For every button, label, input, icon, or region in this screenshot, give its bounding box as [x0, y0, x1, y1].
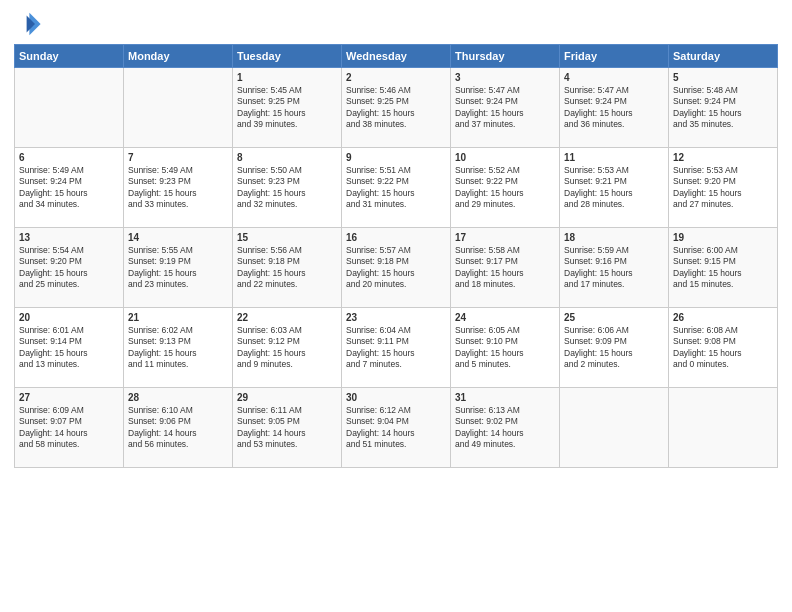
day-number: 11 — [564, 152, 664, 163]
day-cell: 10Sunrise: 5:52 AM Sunset: 9:22 PM Dayli… — [451, 148, 560, 228]
day-content: Sunrise: 5:47 AM Sunset: 9:24 PM Dayligh… — [564, 85, 664, 131]
day-number: 13 — [19, 232, 119, 243]
day-number: 15 — [237, 232, 337, 243]
day-cell: 20Sunrise: 6:01 AM Sunset: 9:14 PM Dayli… — [15, 308, 124, 388]
week-row-2: 6Sunrise: 5:49 AM Sunset: 9:24 PM Daylig… — [15, 148, 778, 228]
day-content: Sunrise: 5:56 AM Sunset: 9:18 PM Dayligh… — [237, 245, 337, 291]
day-number: 24 — [455, 312, 555, 323]
day-number: 9 — [346, 152, 446, 163]
day-number: 26 — [673, 312, 773, 323]
day-cell: 19Sunrise: 6:00 AM Sunset: 9:15 PM Dayli… — [669, 228, 778, 308]
day-number: 7 — [128, 152, 228, 163]
calendar-header: SundayMondayTuesdayWednesdayThursdayFrid… — [15, 45, 778, 68]
day-content: Sunrise: 5:53 AM Sunset: 9:21 PM Dayligh… — [564, 165, 664, 211]
calendar-body: 1Sunrise: 5:45 AM Sunset: 9:25 PM Daylig… — [15, 68, 778, 468]
day-number: 28 — [128, 392, 228, 403]
day-number: 21 — [128, 312, 228, 323]
day-number: 20 — [19, 312, 119, 323]
day-content: Sunrise: 5:49 AM Sunset: 9:23 PM Dayligh… — [128, 165, 228, 211]
day-content: Sunrise: 6:04 AM Sunset: 9:11 PM Dayligh… — [346, 325, 446, 371]
week-row-1: 1Sunrise: 5:45 AM Sunset: 9:25 PM Daylig… — [15, 68, 778, 148]
day-content: Sunrise: 6:10 AM Sunset: 9:06 PM Dayligh… — [128, 405, 228, 451]
day-content: Sunrise: 5:57 AM Sunset: 9:18 PM Dayligh… — [346, 245, 446, 291]
day-content: Sunrise: 6:08 AM Sunset: 9:08 PM Dayligh… — [673, 325, 773, 371]
page: SundayMondayTuesdayWednesdayThursdayFrid… — [0, 0, 792, 612]
day-content: Sunrise: 6:01 AM Sunset: 9:14 PM Dayligh… — [19, 325, 119, 371]
day-content: Sunrise: 6:03 AM Sunset: 9:12 PM Dayligh… — [237, 325, 337, 371]
day-number: 12 — [673, 152, 773, 163]
day-cell: 30Sunrise: 6:12 AM Sunset: 9:04 PM Dayli… — [342, 388, 451, 468]
day-cell: 12Sunrise: 5:53 AM Sunset: 9:20 PM Dayli… — [669, 148, 778, 228]
day-cell: 16Sunrise: 5:57 AM Sunset: 9:18 PM Dayli… — [342, 228, 451, 308]
day-cell: 23Sunrise: 6:04 AM Sunset: 9:11 PM Dayli… — [342, 308, 451, 388]
day-content: Sunrise: 6:12 AM Sunset: 9:04 PM Dayligh… — [346, 405, 446, 451]
day-cell: 27Sunrise: 6:09 AM Sunset: 9:07 PM Dayli… — [15, 388, 124, 468]
day-cell: 15Sunrise: 5:56 AM Sunset: 9:18 PM Dayli… — [233, 228, 342, 308]
day-cell: 3Sunrise: 5:47 AM Sunset: 9:24 PM Daylig… — [451, 68, 560, 148]
day-cell: 2Sunrise: 5:46 AM Sunset: 9:25 PM Daylig… — [342, 68, 451, 148]
day-cell: 7Sunrise: 5:49 AM Sunset: 9:23 PM Daylig… — [124, 148, 233, 228]
day-number: 6 — [19, 152, 119, 163]
day-content: Sunrise: 5:58 AM Sunset: 9:17 PM Dayligh… — [455, 245, 555, 291]
day-content: Sunrise: 6:06 AM Sunset: 9:09 PM Dayligh… — [564, 325, 664, 371]
day-content: Sunrise: 6:13 AM Sunset: 9:02 PM Dayligh… — [455, 405, 555, 451]
day-header-wednesday: Wednesday — [342, 45, 451, 68]
day-header-thursday: Thursday — [451, 45, 560, 68]
day-content: Sunrise: 5:49 AM Sunset: 9:24 PM Dayligh… — [19, 165, 119, 211]
day-number: 19 — [673, 232, 773, 243]
day-cell — [15, 68, 124, 148]
day-cell — [669, 388, 778, 468]
day-number: 30 — [346, 392, 446, 403]
day-content: Sunrise: 5:53 AM Sunset: 9:20 PM Dayligh… — [673, 165, 773, 211]
week-row-5: 27Sunrise: 6:09 AM Sunset: 9:07 PM Dayli… — [15, 388, 778, 468]
day-content: Sunrise: 6:02 AM Sunset: 9:13 PM Dayligh… — [128, 325, 228, 371]
day-cell: 1Sunrise: 5:45 AM Sunset: 9:25 PM Daylig… — [233, 68, 342, 148]
day-cell: 31Sunrise: 6:13 AM Sunset: 9:02 PM Dayli… — [451, 388, 560, 468]
day-cell: 13Sunrise: 5:54 AM Sunset: 9:20 PM Dayli… — [15, 228, 124, 308]
day-cell: 17Sunrise: 5:58 AM Sunset: 9:17 PM Dayli… — [451, 228, 560, 308]
day-content: Sunrise: 5:46 AM Sunset: 9:25 PM Dayligh… — [346, 85, 446, 131]
day-content: Sunrise: 6:05 AM Sunset: 9:10 PM Dayligh… — [455, 325, 555, 371]
day-number: 17 — [455, 232, 555, 243]
day-number: 27 — [19, 392, 119, 403]
day-content: Sunrise: 6:09 AM Sunset: 9:07 PM Dayligh… — [19, 405, 119, 451]
day-cell: 6Sunrise: 5:49 AM Sunset: 9:24 PM Daylig… — [15, 148, 124, 228]
day-content: Sunrise: 5:52 AM Sunset: 9:22 PM Dayligh… — [455, 165, 555, 211]
header — [14, 10, 778, 38]
logo — [14, 10, 46, 38]
day-number: 2 — [346, 72, 446, 83]
week-row-3: 13Sunrise: 5:54 AM Sunset: 9:20 PM Dayli… — [15, 228, 778, 308]
day-cell: 25Sunrise: 6:06 AM Sunset: 9:09 PM Dayli… — [560, 308, 669, 388]
day-content: Sunrise: 5:45 AM Sunset: 9:25 PM Dayligh… — [237, 85, 337, 131]
day-cell: 21Sunrise: 6:02 AM Sunset: 9:13 PM Dayli… — [124, 308, 233, 388]
day-header-monday: Monday — [124, 45, 233, 68]
day-number: 25 — [564, 312, 664, 323]
day-content: Sunrise: 5:54 AM Sunset: 9:20 PM Dayligh… — [19, 245, 119, 291]
day-cell: 14Sunrise: 5:55 AM Sunset: 9:19 PM Dayli… — [124, 228, 233, 308]
day-cell: 22Sunrise: 6:03 AM Sunset: 9:12 PM Dayli… — [233, 308, 342, 388]
day-number: 14 — [128, 232, 228, 243]
day-cell: 18Sunrise: 5:59 AM Sunset: 9:16 PM Dayli… — [560, 228, 669, 308]
day-number: 29 — [237, 392, 337, 403]
calendar-table: SundayMondayTuesdayWednesdayThursdayFrid… — [14, 44, 778, 468]
day-header-saturday: Saturday — [669, 45, 778, 68]
day-cell: 24Sunrise: 6:05 AM Sunset: 9:10 PM Dayli… — [451, 308, 560, 388]
day-number: 22 — [237, 312, 337, 323]
day-cell: 8Sunrise: 5:50 AM Sunset: 9:23 PM Daylig… — [233, 148, 342, 228]
day-cell: 26Sunrise: 6:08 AM Sunset: 9:08 PM Dayli… — [669, 308, 778, 388]
day-content: Sunrise: 5:50 AM Sunset: 9:23 PM Dayligh… — [237, 165, 337, 211]
day-cell: 4Sunrise: 5:47 AM Sunset: 9:24 PM Daylig… — [560, 68, 669, 148]
day-content: Sunrise: 5:47 AM Sunset: 9:24 PM Dayligh… — [455, 85, 555, 131]
day-header-friday: Friday — [560, 45, 669, 68]
header-row: SundayMondayTuesdayWednesdayThursdayFrid… — [15, 45, 778, 68]
day-cell: 5Sunrise: 5:48 AM Sunset: 9:24 PM Daylig… — [669, 68, 778, 148]
day-content: Sunrise: 6:11 AM Sunset: 9:05 PM Dayligh… — [237, 405, 337, 451]
day-cell: 29Sunrise: 6:11 AM Sunset: 9:05 PM Dayli… — [233, 388, 342, 468]
day-cell: 9Sunrise: 5:51 AM Sunset: 9:22 PM Daylig… — [342, 148, 451, 228]
day-cell — [560, 388, 669, 468]
day-number: 8 — [237, 152, 337, 163]
day-number: 3 — [455, 72, 555, 83]
day-cell: 11Sunrise: 5:53 AM Sunset: 9:21 PM Dayli… — [560, 148, 669, 228]
day-content: Sunrise: 5:48 AM Sunset: 9:24 PM Dayligh… — [673, 85, 773, 131]
week-row-4: 20Sunrise: 6:01 AM Sunset: 9:14 PM Dayli… — [15, 308, 778, 388]
